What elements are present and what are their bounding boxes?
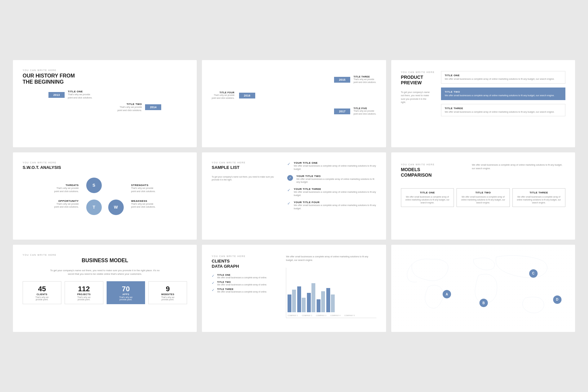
list-item-1: ✓ YOUR TITLE ONE We offer small business… [287, 161, 376, 171]
bar-label-2: COMPANY 2 [302, 315, 312, 316]
check-1: ✓ [287, 162, 290, 166]
timeline-item-2013: 2013 TITLE ONE That's why we providepoin… [23, 90, 187, 99]
product-item-1: TITLE ONE We offer small businesses a co… [441, 71, 565, 84]
timeline2-row-2016: TITLE FOUR That's why we providepoint an… [212, 91, 376, 99]
swot-diagram: S T W [84, 175, 126, 217]
graph-intro: We offer small businesses a complete arr… [286, 255, 376, 262]
models-intro: We offer small businesses a complete arr… [472, 163, 565, 170]
slide-clients-graph: YOU CAN WRITE HERE CLIENTSDATA GRAPH ✓ T… [202, 245, 386, 332]
bar-4b [321, 291, 325, 312]
slide-business: YOU CAN WRITE HERE BUSINESS MODEL To get… [13, 245, 197, 332]
timeline-text-2014: TITLE TWO That's why we providepoint and… [117, 103, 142, 112]
bar-3b [311, 283, 315, 312]
year-2013: 2013 [48, 92, 65, 98]
slide-map: A B C D [391, 245, 575, 332]
bar-group-1 [288, 290, 296, 312]
stat-apps: 70 APPS That's why weprovide point. [107, 281, 145, 304]
slide-history: YOU CAN WRITE HERE OUR HISTORY FROMTHE B… [13, 60, 197, 147]
product-item-2: TITLE TWO We offer small businesses a co… [441, 88, 565, 100]
bar-label-1: COMPANY 1 [288, 315, 298, 316]
model-col-1: TITLE ONE We offer small businesses a co… [401, 188, 454, 207]
timeline2-text-2015: 2015 [334, 77, 350, 83]
product-item-3: TITLE THREE We offer small businesses a … [441, 104, 565, 117]
bar-3a [307, 293, 311, 312]
swot-opportunity: OPPORTUNITY That's why we providepoint a… [23, 200, 79, 209]
bar-group-5 [326, 288, 335, 312]
slide1-subtitle: YOU CAN WRITE HERE [23, 69, 187, 71]
check-3: ✓ [287, 188, 290, 192]
graph-check-2: ✓ TITLE TWO We offer small businesses a … [212, 281, 281, 286]
bar-5a [326, 288, 330, 312]
swot-o: W [108, 200, 124, 215]
timeline-item-2014: TITLE TWO That's why we providepoint and… [23, 103, 187, 112]
bar-2a [297, 286, 301, 312]
bar-1a [288, 294, 291, 312]
model-col-2: TITLE TWO We offer small businesses a co… [457, 188, 509, 207]
product-left: YOU CAN WRITE HERE PRODUCTPREVIEW To get… [401, 71, 435, 116]
bar-4a [317, 299, 320, 312]
biz-stats: 45 CLIENTS That's why weprovide point. 1… [23, 281, 187, 304]
biz-desc: To get your company's name out there, yo… [47, 269, 163, 276]
stat-websites: 9 WEBSITES That's why weprovide point. [148, 281, 187, 304]
model-col-3: TITLE THREE We offer small businesses a … [512, 188, 565, 207]
check-2: ✓ [287, 175, 293, 181]
world-map-svg [391, 245, 575, 332]
timeline2-desc-2015: TITLE THREE That's why we providepoint a… [353, 76, 376, 84]
map-marker-d: D [553, 295, 562, 304]
swot-container: THREATS That's why we providepoint and c… [23, 175, 187, 217]
list-title: SAMPLE LIST [212, 165, 281, 170]
swot-subtitle: YOU CAN WRITE HERE [23, 161, 187, 164]
swot-s: S [86, 178, 102, 193]
slide1-title: OUR HISTORY FROMTHE BEGINNING [23, 73, 187, 85]
bar-chart-bars [288, 273, 375, 312]
timeline-text-2013: TITLE ONE That's why we providepoint and… [68, 90, 92, 99]
swot-title: S.W.O.T. ANALYSIS [23, 165, 187, 170]
list-right: ✓ YOUR TITLE ONE We offer small business… [287, 161, 376, 210]
product-header: YOU CAN WRITE HERE PRODUCTPREVIEW To get… [401, 71, 565, 116]
list-subtitle: YOU CAN WRITE HERE [212, 161, 281, 164]
graph-layout: YOU CAN WRITE HERE CLIENTSDATA GRAPH ✓ T… [212, 255, 376, 318]
list-left: YOU CAN WRITE HERE SAMPLE LIST To get yo… [212, 161, 281, 210]
bar-2b [302, 298, 306, 312]
bar-group-3 [307, 283, 315, 312]
graph-left: YOU CAN WRITE HERE CLIENTSDATA GRAPH ✓ T… [212, 255, 281, 318]
models-grid: TITLE ONE We offer small businesses a co… [401, 188, 565, 207]
list-item-4: ✓ YOUR TITLE FOUR We offer small busines… [287, 201, 376, 210]
models-left: YOU CAN WRITE HERE MODELSCOMPARISON [401, 163, 467, 183]
map-marker-c: C [529, 269, 538, 278]
bar-1b [292, 290, 296, 312]
stat-projects: 112 PROJECTS That's why weprovide point. [65, 281, 103, 304]
models-layout: YOU CAN WRITE HERE MODELSCOMPARISON We o… [401, 163, 565, 183]
stat-clients: 45 CLIENTS That's why weprovide point. [23, 281, 61, 304]
slide-models: YOU CAN WRITE HERE MODELSCOMPARISON We o… [391, 152, 575, 240]
slide-product: YOU CAN WRITE HERE PRODUCTPREVIEW To get… [391, 60, 575, 147]
timeline2-desc-2017: TITLE FIVE That's why we providepoint an… [353, 107, 376, 115]
list-item-3: ✓ YOUR TITLE THREE We offer small busine… [287, 188, 376, 197]
list-item-2: ✓ YOUR TITLE TWO We offer small business… [287, 175, 376, 184]
year-2016: 2016 [239, 93, 255, 98]
graph-right: We offer small businesses a complete arr… [286, 255, 376, 318]
graph-subtitle: YOU CAN WRITE HERE [212, 255, 281, 257]
timeline2-row-2017: 2017 TITLE FIVE That's why we providepoi… [212, 107, 376, 115]
graph-check-icon-2: ✓ [212, 281, 215, 285]
swot-weakness: WEAKNESS That's why we providepoint and … [131, 200, 187, 209]
bar-label-3: COMPANY 3 [316, 315, 326, 316]
product-subtitle: YOU CAN WRITE HERE [401, 71, 435, 73]
models-right: We offer small businesses a complete arr… [472, 163, 565, 183]
slide-grid: YOU CAN WRITE HERE OUR HISTORY FROMTHE B… [13, 60, 575, 332]
bar-chart: COMPANY 1 COMPANY 2 COMPANY 3 COMPANY 4 … [286, 268, 376, 318]
timeline2-row-2015: 2015 TITLE THREE That's why we providepo… [212, 76, 376, 84]
list-intro: To get your company's name out there, yo… [212, 175, 281, 181]
swot-left: THREATS That's why we providepoint and c… [23, 184, 79, 209]
bar-label-5: COMPANY 5 [344, 315, 355, 316]
swot-t: T [86, 200, 102, 215]
product-right: TITLE ONE We offer small businesses a co… [441, 71, 565, 116]
history-timeline: 2013 TITLE ONE That's why we providepoin… [23, 90, 187, 112]
swot-right: STRENGHTS That's why we providepoint and… [131, 184, 187, 209]
graph-check-icon-1: ✓ [212, 274, 215, 278]
bar-5b [331, 294, 335, 312]
list-items: ✓ YOUR TITLE ONE We offer small business… [287, 161, 376, 210]
biz-subtitle: YOU CAN WRITE HERE [23, 254, 187, 256]
graph-title: CLIENTSDATA GRAPH [212, 259, 281, 269]
models-title: MODELSCOMPARISON [401, 167, 467, 178]
